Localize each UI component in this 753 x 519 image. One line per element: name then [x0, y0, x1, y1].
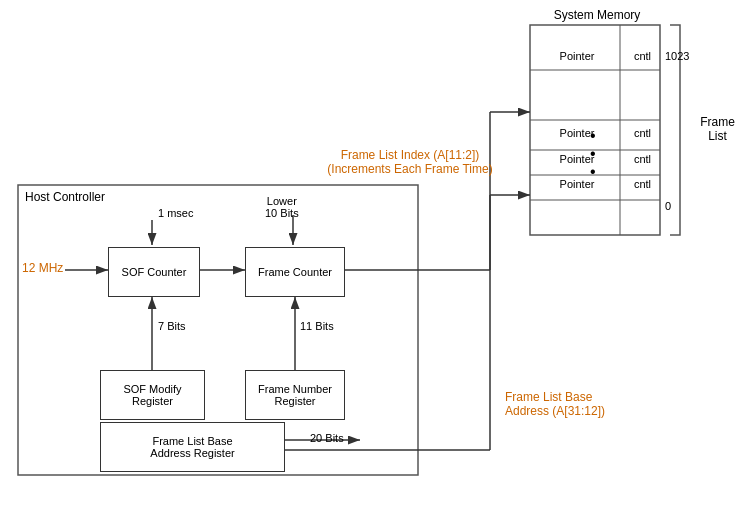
frame-counter-box: Frame Counter — [245, 247, 345, 297]
lower-10-bits-label: Lower10 Bits — [265, 195, 299, 219]
sof-counter-box: SOF Counter — [108, 247, 200, 297]
host-controller-label: Host Controller — [25, 190, 105, 204]
eleven-bits-label: 11 Bits — [300, 320, 334, 332]
frame-list-base-address-label: Frame List BaseAddress (A[31:12]) — [505, 390, 665, 418]
frame-list-index-label: Frame List Index (A[11:2])(Increments Ea… — [300, 148, 520, 176]
pointer-top: Pointer — [542, 50, 612, 62]
num-0: 0 — [665, 200, 671, 212]
cntl-3: cntl — [625, 153, 660, 165]
diagram: System Memory Pointer cntl 1023 ••• Poin… — [0, 0, 753, 519]
seven-bits-label: 7 Bits — [158, 320, 186, 332]
pointer-2: Pointer — [542, 127, 612, 139]
sof-modify-register-box: SOF ModifyRegister — [100, 370, 205, 420]
frame-list-base-address-register-box: Frame List BaseAddress Register — [100, 422, 285, 472]
frame-list-label: FrameList — [690, 115, 745, 143]
frame-number-register-box: Frame NumberRegister — [245, 370, 345, 420]
system-memory-label: System Memory — [537, 8, 657, 22]
cntl-2: cntl — [625, 127, 660, 139]
num-1023: 1023 — [665, 50, 689, 62]
pointer-4: Pointer — [542, 178, 612, 190]
pointer-3: Pointer — [542, 153, 612, 165]
msec-label: 1 msec — [158, 207, 193, 219]
cntl-4: cntl — [625, 178, 660, 190]
cntl-top: cntl — [625, 50, 660, 62]
twenty-bits-label: 20 Bits — [310, 432, 344, 444]
freq-label: 12 MHz — [22, 261, 63, 275]
